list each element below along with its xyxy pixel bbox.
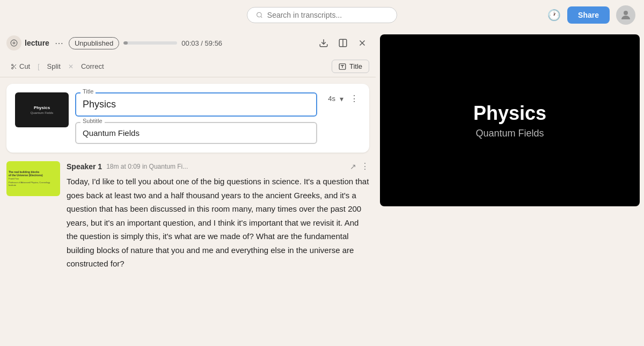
svg-point-0 [257, 12, 262, 17]
lecture-more-button[interactable]: ⋯ [53, 37, 65, 49]
speaker-segment: The real building blocks of the Universe… [6, 159, 369, 273]
status-badge[interactable]: Unpublished [69, 37, 119, 49]
download-button[interactable] [317, 36, 331, 50]
layout-icon [338, 38, 348, 48]
title-more-button[interactable]: ⋮ [348, 92, 361, 105]
progress-bar-container: 00:03 / 59:56 [123, 39, 222, 47]
top-bar: 🕐 Share [0, 0, 644, 30]
speaker-thumb-text3: Frank Finn [9, 178, 58, 181]
toolbar: lecture ⋯ Unpublished 00:03 / 59:56 [0, 30, 376, 56]
svg-point-11 [12, 67, 13, 69]
main-content: lecture ⋯ Unpublished 00:03 / 59:56 [0, 30, 644, 346]
layout-button[interactable] [336, 36, 350, 50]
thumb-subtitle: Quantum Fields [31, 111, 53, 114]
speaker-content: Speaker 1 18m at 0:09 in Quantum Fi... ↗… [67, 161, 369, 271]
title-card: Physics Quantum Fields Title Subtitle 4s [6, 84, 369, 153]
split-label: Split [47, 62, 61, 70]
cut-icon [11, 63, 17, 70]
slide-thumbnail: Physics Quantum Fields [15, 92, 69, 127]
clock-icon[interactable]: 🕐 [547, 9, 561, 21]
svg-line-1 [261, 16, 262, 17]
preview-title: Physics [473, 102, 546, 125]
split-button[interactable]: Split [43, 60, 65, 73]
speaker-name: Speaker 1 [67, 162, 102, 171]
title-button[interactable]: Title [332, 60, 369, 73]
svg-point-3 [11, 40, 17, 46]
svg-point-4 [13, 42, 15, 44]
toolbar-left: lecture ⋯ Unpublished [6, 35, 119, 51]
correct-button[interactable]: Correct [77, 60, 108, 73]
duration-badge: 4s [328, 95, 335, 103]
speaker-thumb-content: The real building blocks of the Universe… [6, 168, 60, 189]
subtitle-input[interactable] [75, 122, 317, 144]
top-bar-right: 🕐 Share [427, 5, 635, 25]
speaker-thumb-text2: of the Universe (Electrons) [9, 174, 58, 177]
title-icon [339, 63, 346, 70]
cut-label: Cut [19, 62, 30, 70]
share-button[interactable]: Share [567, 6, 610, 24]
close-icon [357, 38, 367, 48]
toolbar-actions [317, 36, 369, 50]
close-button[interactable] [355, 36, 369, 50]
avatar[interactable] [616, 5, 635, 25]
title-fields: Title Subtitle [75, 92, 317, 144]
title-field-label: Title [80, 88, 96, 95]
download-icon [319, 38, 328, 48]
correct-label: Correct [81, 62, 104, 70]
title-label: Title [349, 62, 362, 70]
speaker-more-button[interactable]: ⋮ [361, 161, 369, 171]
search-input[interactable] [267, 11, 388, 19]
title-meta: 4s ▾ ⋮ [328, 92, 361, 105]
disc-icon [10, 39, 18, 47]
speaker-thumb-text4: Professor of Advanced Physics, Cosmology… [9, 182, 58, 187]
user-icon [619, 9, 632, 21]
separator-1: [ [36, 63, 40, 70]
speaker-text: Today, I'd like to tell you about one of… [67, 175, 369, 271]
time-display: 00:03 / 59:56 [181, 39, 222, 47]
speaker-header: Speaker 1 18m at 0:09 in Quantum Fi... ↗… [67, 161, 369, 171]
edit-toolbar: Cut [ Split ✕ Correct Title [0, 56, 376, 77]
scroll-area[interactable]: Physics Quantum Fields Title Subtitle 4s [0, 77, 376, 346]
svg-point-2 [624, 11, 628, 15]
subtitle-field-group: Subtitle [75, 122, 317, 144]
lecture-label: lecture [25, 39, 49, 47]
search-box[interactable] [247, 7, 397, 23]
thumb-title: Physics [34, 105, 50, 110]
preview-subtitle: Quantum Fields [475, 128, 544, 139]
preview-container: Physics Quantum Fields [380, 34, 640, 206]
external-link-button[interactable]: ↗ [350, 162, 356, 171]
svg-point-10 [12, 64, 13, 66]
search-icon [256, 11, 263, 19]
svg-line-13 [14, 67, 16, 69]
title-input[interactable] [75, 92, 317, 117]
speaker-meta: 18m at 0:09 in Quantum Fi... [106, 163, 346, 170]
cut-button[interactable]: Cut [6, 60, 34, 73]
separator-2: ✕ [67, 63, 75, 70]
subtitle-field-label: Subtitle [80, 118, 105, 124]
lecture-icon [6, 35, 21, 51]
progress-fill [123, 41, 128, 45]
duration-chevron[interactable]: ▾ [340, 95, 343, 103]
speaker-thumbnail: The real building blocks of the Universe… [6, 161, 60, 196]
title-field-group: Title [75, 92, 317, 117]
right-panel: Physics Quantum Fields [376, 30, 644, 346]
progress-bar[interactable] [123, 41, 177, 45]
svg-line-14 [13, 66, 14, 67]
top-bar-center [217, 7, 426, 23]
left-panel: lecture ⋯ Unpublished 00:03 / 59:56 [0, 30, 376, 346]
